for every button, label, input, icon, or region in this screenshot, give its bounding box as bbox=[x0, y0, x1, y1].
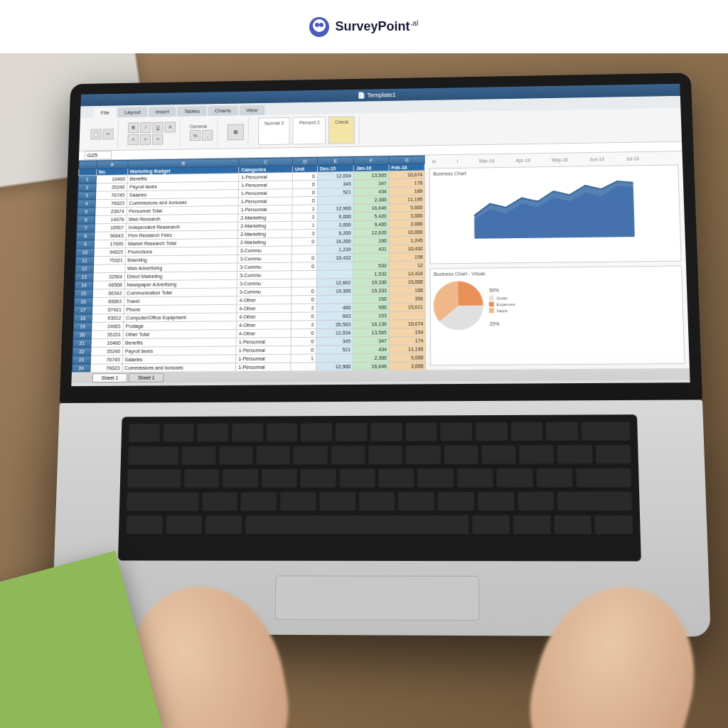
cell[interactable]: 16,646 bbox=[353, 362, 390, 370]
cell[interactable]: 94015 bbox=[94, 248, 126, 257]
row-header[interactable]: 2 bbox=[78, 183, 96, 192]
cell[interactable]: 500 bbox=[353, 303, 390, 311]
cell[interactable]: 0 bbox=[292, 172, 317, 181]
cell[interactable]: 434 bbox=[353, 188, 389, 196]
cell[interactable]: 153 bbox=[353, 311, 390, 320]
cell[interactable]: 0 bbox=[291, 295, 317, 304]
cell[interactable]: 12,034 bbox=[316, 328, 353, 337]
cell[interactable]: 12,900 bbox=[316, 363, 353, 371]
cell[interactable] bbox=[389, 311, 425, 320]
row-header[interactable]: 20 bbox=[73, 331, 91, 339]
name-box[interactable]: G25 bbox=[85, 151, 112, 160]
cell[interactable]: 2,300 bbox=[353, 353, 390, 362]
cell[interactable]: 2,300 bbox=[353, 196, 389, 204]
cell[interactable]: 19,330 bbox=[353, 278, 389, 287]
cell[interactable] bbox=[317, 262, 354, 270]
cell[interactable]: 11,195 bbox=[389, 345, 426, 353]
cell[interactable]: 3,000 bbox=[389, 362, 426, 370]
cell[interactable]: 3-Commu bbox=[237, 279, 291, 287]
cell[interactable]: 35246 bbox=[96, 183, 128, 191]
cell[interactable]: 1,532 bbox=[353, 269, 389, 278]
cell[interactable]: 0 bbox=[292, 188, 317, 197]
cell[interactable]: 10460 bbox=[91, 338, 123, 347]
cell[interactable]: 2-Marketing bbox=[238, 213, 292, 222]
cell[interactable]: 35151 bbox=[91, 331, 123, 339]
cell[interactable]: 2,000 bbox=[389, 220, 425, 228]
cell[interactable]: 16,136 bbox=[353, 320, 390, 328]
cell[interactable]: 76745 bbox=[90, 355, 122, 364]
cell[interactable]: 345 bbox=[316, 337, 353, 346]
cell[interactable]: 10,674 bbox=[389, 319, 425, 328]
cell[interactable]: 10567 bbox=[95, 223, 127, 232]
column-header[interactable]: E bbox=[317, 157, 353, 166]
cell[interactable]: 24601 bbox=[91, 322, 123, 331]
cell[interactable]: 17695 bbox=[94, 240, 126, 248]
cell[interactable] bbox=[316, 270, 353, 279]
cell[interactable]: 347 bbox=[353, 337, 390, 346]
cell[interactable]: 23674 bbox=[95, 207, 127, 215]
cell[interactable] bbox=[317, 196, 353, 205]
cell[interactable]: 4-Other bbox=[237, 304, 291, 313]
cell[interactable]: 400 bbox=[316, 304, 353, 312]
cell[interactable]: 6,000 bbox=[317, 213, 353, 221]
cell[interactable]: 2-Marketing bbox=[238, 221, 292, 230]
conditional-format-button[interactable]: ▦ bbox=[228, 124, 244, 140]
cell[interactable]: 5,000 bbox=[389, 353, 426, 362]
cell[interactable]: 3 bbox=[292, 229, 317, 237]
cell[interactable]: 2-Marketing bbox=[237, 237, 291, 246]
cell[interactable]: 347 bbox=[353, 179, 389, 188]
paste-button[interactable]: 📋 bbox=[90, 129, 102, 139]
cell[interactable]: 16,646 bbox=[353, 204, 389, 213]
cell[interactable]: 1-Personnal bbox=[238, 197, 292, 205]
cell[interactable]: 75321 bbox=[93, 256, 125, 264]
row-header[interactable]: 19 bbox=[73, 322, 91, 331]
row-header[interactable]: 11 bbox=[75, 257, 93, 265]
cell[interactable]: 0 bbox=[291, 312, 317, 321]
cell[interactable]: 12,416 bbox=[389, 269, 425, 278]
cell[interactable]: 76023 bbox=[95, 199, 127, 208]
row-header[interactable]: 10 bbox=[76, 248, 94, 257]
cell[interactable]: 20,583 bbox=[316, 320, 353, 328]
spreadsheet-grid[interactable]: ABCDEFGNo.Marketing BudgetCategoriesUnit… bbox=[72, 156, 427, 373]
cell[interactable]: 68508 bbox=[92, 281, 124, 289]
row-header[interactable]: 1 bbox=[78, 176, 96, 184]
cell[interactable]: 0 bbox=[291, 287, 316, 296]
cell[interactable]: 4-Other bbox=[237, 312, 291, 321]
cell[interactable] bbox=[291, 246, 316, 255]
cell[interactable]: 2,000 bbox=[317, 220, 353, 229]
cell[interactable]: 345 bbox=[317, 180, 353, 188]
underline-button[interactable]: U bbox=[152, 122, 164, 132]
cell[interactable]: 96643 bbox=[94, 232, 126, 240]
cell[interactable]: 15,333 bbox=[353, 287, 389, 295]
cell[interactable] bbox=[291, 270, 316, 279]
column-header[interactable]: D bbox=[293, 157, 318, 166]
cell[interactable]: 10,000 bbox=[389, 228, 425, 237]
column-header[interactable] bbox=[79, 161, 97, 169]
cell[interactable]: 1 bbox=[292, 205, 317, 213]
cell[interactable]: 3-Commu bbox=[237, 271, 292, 279]
cell[interactable]: 150 bbox=[353, 295, 389, 304]
cell[interactable]: 190 bbox=[353, 237, 389, 245]
cell[interactable]: 0 bbox=[291, 346, 316, 354]
cell[interactable]: 3-Commu bbox=[237, 255, 291, 263]
percent-button[interactable]: % bbox=[190, 130, 201, 141]
style-check[interactable]: Check bbox=[328, 116, 355, 144]
cell[interactable]: 683 bbox=[316, 312, 353, 321]
cell[interactable]: 3-Commu bbox=[237, 246, 291, 255]
ribbon-tab-layout[interactable]: Layout bbox=[117, 107, 147, 118]
cell[interactable]: 93012 bbox=[92, 314, 124, 322]
row-header[interactable]: 15 bbox=[75, 289, 92, 298]
cell[interactable]: 13,565 bbox=[353, 328, 390, 337]
row-header[interactable]: 13 bbox=[75, 273, 93, 282]
sheet-tab[interactable]: Sheet 2 bbox=[129, 373, 164, 382]
cell[interactable]: 16,200 bbox=[317, 237, 353, 245]
cell[interactable]: 9,400 bbox=[353, 220, 389, 229]
cell[interactable]: 11,195 bbox=[389, 195, 425, 203]
row-header[interactable]: 22 bbox=[73, 348, 90, 356]
cell[interactable]: 1-Personnal bbox=[238, 205, 292, 213]
italic-button[interactable]: I bbox=[140, 122, 151, 132]
ribbon-tab-view[interactable]: View bbox=[239, 105, 264, 116]
cell[interactable]: 1,239 bbox=[317, 245, 353, 254]
column-header[interactable]: A bbox=[97, 160, 128, 168]
cell[interactable]: 0 bbox=[291, 262, 316, 271]
